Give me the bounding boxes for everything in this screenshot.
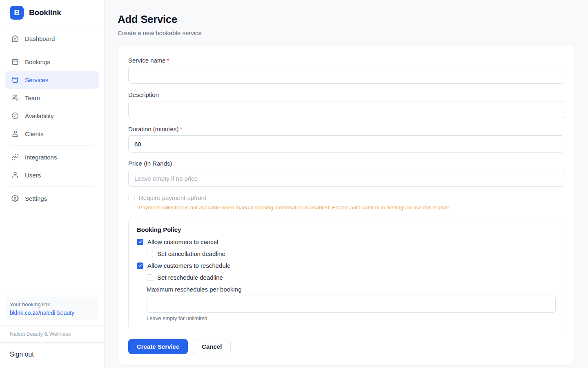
duration-label: Duration (minutes)* (128, 126, 564, 132)
gear-icon (11, 195, 19, 202)
max-reschedules-helper: Leave empty for unlimited (147, 315, 556, 321)
description-group: Description (128, 91, 564, 118)
required-marker: * (180, 126, 182, 132)
sidebar-item-label: Services (25, 76, 49, 83)
sidebar-item-users[interactable]: Users (5, 166, 99, 184)
service-name-input[interactable] (128, 67, 564, 84)
sidebar-item-label: Dashboard (25, 35, 55, 42)
booking-link-section: Your booking link bklnk.co.za/naledi-bea… (0, 292, 104, 325)
users-icon (11, 94, 19, 101)
sidebar-item-availability[interactable]: Availability (5, 107, 99, 125)
archive-icon (11, 76, 19, 83)
calendar-icon (11, 58, 19, 65)
nav-divider (10, 50, 94, 50)
sidebar-item-team[interactable]: Team (5, 89, 99, 107)
sidebar-item-services[interactable]: Services (5, 71, 99, 89)
required-marker: * (167, 57, 169, 64)
price-label: Price (in Rands) (128, 160, 564, 167)
cancel-button[interactable]: Cancel (193, 339, 231, 354)
booking-link-box: Your booking link bklnk.co.za/naledi-bea… (5, 297, 99, 320)
description-input[interactable] (128, 101, 564, 118)
sidebar-item-label: Settings (25, 195, 47, 202)
payment-upfront-row: Require payment upfront (128, 194, 564, 201)
payment-upfront-checkbox[interactable] (128, 195, 135, 201)
service-name-label: Service name* (128, 57, 564, 64)
link-icon (11, 153, 19, 161)
max-reschedules-group: Maximum reschedules per booking Leave em… (147, 286, 556, 321)
booking-policy-title: Booking Policy (137, 226, 556, 233)
create-service-button[interactable]: Create Service (128, 339, 188, 354)
sign-out-button[interactable]: Sign out (0, 342, 104, 368)
label-text: Duration (minutes) (128, 126, 178, 132)
add-service-form-card: Service name* Description Duration (minu… (118, 45, 575, 365)
sidebar-item-settings[interactable]: Settings (5, 189, 99, 207)
sidebar-item-clients[interactable]: Clients (5, 125, 99, 143)
duration-input[interactable] (128, 135, 564, 153)
reschedule-deadline-label: Set reschedule deadline (157, 274, 223, 281)
brand-header: B Booklink (0, 0, 104, 25)
nav-divider (10, 145, 94, 146)
allow-cancel-checkbox[interactable] (137, 239, 143, 245)
sidebar-item-label: Bookings (25, 58, 50, 65)
cancellation-deadline-label: Set cancellation deadline (157, 250, 225, 257)
sidebar-item-label: Users (25, 172, 41, 179)
sidebar-item-dashboard[interactable]: Dashboard (5, 29, 99, 47)
sidebar-item-bookings[interactable]: Bookings (5, 53, 99, 71)
logo-letter: B (14, 8, 20, 17)
sidebar-nav: Dashboard Bookings Services Team Availab… (0, 25, 104, 207)
allow-reschedule-checkbox[interactable] (137, 263, 143, 269)
form-actions: Create Service Cancel (128, 339, 564, 354)
cancellation-deadline-checkbox[interactable] (147, 251, 153, 257)
booking-policy-box: Booking Policy Allow customers to cancel… (128, 218, 564, 329)
sidebar-item-label: Clients (25, 130, 44, 137)
page-subtitle: Create a new bookable service (118, 29, 575, 36)
nav-divider (10, 186, 94, 187)
max-reschedules-input[interactable] (147, 296, 556, 313)
sidebar-item-label: Team (25, 94, 40, 101)
price-group: Price (in Rands) (128, 160, 564, 187)
sidebar-item-label: Integrations (25, 154, 57, 161)
sidebar-item-integrations[interactable]: Integrations (5, 148, 99, 166)
booklink-logo: B (10, 6, 24, 20)
booking-link-url[interactable]: bklnk.co.za/naledi-beauty (10, 310, 94, 316)
allow-reschedule-label: Allow customers to reschedule (147, 262, 230, 269)
brand-name: Booklink (29, 8, 61, 17)
cancellation-deadline-row: Set cancellation deadline (147, 250, 556, 257)
max-reschedules-label: Maximum reschedules per booking (147, 286, 556, 293)
person-icon (11, 130, 19, 137)
sidebar-item-label: Availability (25, 112, 54, 119)
description-label: Description (128, 91, 564, 98)
page-title: Add Service (118, 13, 575, 26)
sidebar-spacer (0, 207, 104, 292)
payment-upfront-block: Require payment upfront Payment collecti… (128, 194, 564, 211)
payment-warning-text: Payment collection is not available when… (139, 204, 564, 211)
payment-upfront-label: Require payment upfront (139, 194, 206, 201)
clock-icon (11, 112, 19, 119)
reschedule-deadline-row: Set reschedule deadline (147, 274, 556, 281)
price-input[interactable] (128, 170, 564, 187)
duration-group: Duration (minutes)* (128, 126, 564, 153)
booking-link-label: Your booking link (10, 301, 94, 307)
sidebar: B Booklink Dashboard Bookings Services T… (0, 0, 105, 368)
home-icon (11, 35, 19, 42)
label-text: Service name (128, 57, 166, 64)
allow-cancel-row: Allow customers to cancel (137, 238, 556, 245)
allow-reschedule-row: Allow customers to reschedule (137, 262, 556, 269)
main-content: Add Service Create a new bookable servic… (105, 0, 588, 368)
allow-cancel-label: Allow customers to cancel (147, 238, 218, 245)
business-name: Naledi Beauty & Wellness (0, 325, 104, 342)
user-icon (11, 171, 19, 179)
service-name-group: Service name* (128, 57, 564, 84)
reschedule-deadline-checkbox[interactable] (147, 274, 153, 281)
